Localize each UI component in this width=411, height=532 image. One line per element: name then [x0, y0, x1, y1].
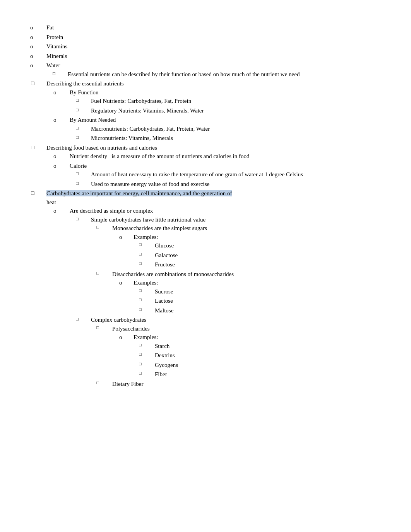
item-text: Disaccharides are combinations of monosa… [112, 271, 234, 277]
list-item: Fuel Nutrients: Carbohydrates, Fat, Prot… [70, 97, 380, 106]
list-item: Carbohydrates are important for energy, … [23, 189, 380, 388]
list-item: By Amount Needed Macronutrients: Carbohy… [46, 116, 380, 143]
list-item: Dextrins [134, 351, 380, 360]
list-item: Are described as simple or complex Simpl… [46, 206, 380, 388]
item-text: Gycogens [155, 362, 178, 368]
item-text: Protein [46, 34, 63, 40]
item-text: Dextrins [155, 352, 175, 358]
item-text: Fat [46, 24, 54, 31]
item-text: Calorie [70, 163, 87, 169]
item-text: Starch [155, 343, 170, 349]
item-text: Amount of heat necessary to raise the te… [91, 171, 303, 177]
item-text: Simple carbohydrates have little nutriti… [91, 217, 206, 223]
item-text: Fiber [155, 371, 167, 377]
item-text: Fructose [155, 261, 175, 268]
item-text: Complex carbohydrates [91, 317, 146, 323]
list-item: Fat [23, 23, 380, 32]
item-text: Macronutrients: Carbohydrates, Fat, Prot… [91, 126, 210, 132]
list-item: Micronutrients: Vitamins, Minerals [70, 134, 380, 143]
list-item: Examples: Sucrose Lactose [112, 278, 380, 315]
item-text: Describing food based on nutrients and c… [46, 145, 157, 151]
list-item: Nutrient density is a measure of the amo… [46, 152, 380, 161]
item-text: By Function [70, 89, 99, 95]
item-text: Essential nutrients can be described by … [68, 71, 300, 77]
list-item: Sucrose [134, 287, 380, 296]
list-item: Simple carbohydrates have little nutriti… [70, 215, 380, 315]
list-item: Examples: Glucose Galactose [112, 233, 380, 269]
list-item: Gycogens [134, 361, 380, 370]
list-item: Amount of heat necessary to raise the te… [70, 170, 380, 179]
list-item: Disaccharides are combinations of monosa… [91, 270, 380, 315]
list-item: Regulatory Nutrients: Vitamins, Minerals… [70, 106, 380, 115]
item-text: Galactose [155, 252, 178, 258]
list-item: Calorie Amount of heat necessary to rais… [46, 162, 380, 189]
document-content: Fat Protein Vitamins Minerals Water Esse… [23, 23, 380, 388]
list-item: Minerals [23, 52, 380, 61]
highlighted-text: Carbohydrates are important for energy, … [46, 190, 232, 196]
item-text: Micronutrients: Vitamins, Minerals [91, 135, 173, 141]
list-item: Maltose [134, 306, 380, 315]
item-text: Polysaccharides [112, 326, 150, 332]
list-item: Galactose [134, 251, 380, 260]
item-text: Minerals [46, 53, 67, 59]
list-item: Fiber [134, 370, 380, 379]
item-text: Used to measure energy value of food and… [91, 181, 209, 187]
list-item: Glucose [134, 241, 380, 250]
item-text: Regulatory Nutrients: Vitamins, Minerals… [91, 107, 204, 114]
list-item: Starch [134, 342, 380, 351]
list-item: Macronutrients: Carbohydrates, Fat, Prot… [70, 124, 380, 133]
list-item: Polysaccharides Examples: Starch [91, 324, 380, 379]
item-text: Carbohydrates are important for energy, … [46, 190, 232, 196]
list-item: By Function Fuel Nutrients: Carbohydrate… [46, 88, 380, 115]
list-item: Describing food based on nutrients and c… [23, 143, 380, 189]
item-text: Examples: [134, 234, 158, 240]
item-text: Examples: [134, 280, 158, 286]
list-item: Dietary Fiber [91, 380, 380, 389]
item-text: Monosaccharides are the simplest sugars [112, 225, 207, 231]
list-item: Describing the essential nutrients By Fu… [23, 79, 380, 143]
item-text: Fuel Nutrients: Carbohydrates, Fat, Prot… [91, 98, 191, 104]
list-item: Fructose [134, 260, 380, 269]
item-text: Describing the essential nutrients [46, 80, 124, 87]
list-item: Vitamins [23, 42, 380, 51]
item-text: Water [46, 62, 60, 68]
list-item: Protein [23, 33, 380, 42]
list-item: Examples: Starch Dextrins [112, 333, 380, 379]
item-text: Maltose [155, 307, 173, 314]
list-item: Water Essential nutrients can be describ… [23, 61, 380, 78]
list-item: Used to measure energy value of food and… [70, 180, 380, 189]
item-text: Are described as simple or complex [70, 208, 153, 214]
item-text: Sucrose [155, 288, 173, 295]
list-item: Essential nutrients can be described by … [46, 70, 380, 79]
item-text: Lactose [155, 298, 173, 304]
list-item: Lactose [134, 297, 380, 305]
heat-text: heat [46, 198, 56, 207]
item-text: Dietary Fiber [112, 381, 143, 387]
item-text: Glucose [155, 242, 174, 249]
item-text: Nutrient density is a measure of the amo… [70, 153, 249, 159]
item-text: Vitamins [46, 43, 67, 49]
item-text: By Amount Needed [70, 117, 116, 123]
list-item: Complex carbohydrates Polysaccharides Ex… [70, 315, 380, 388]
top-list-section: Fat Protein Vitamins Minerals Water Esse… [23, 23, 380, 78]
list-item: Monosaccharides are the simplest sugars … [91, 224, 380, 269]
item-text: Examples: [134, 334, 158, 340]
